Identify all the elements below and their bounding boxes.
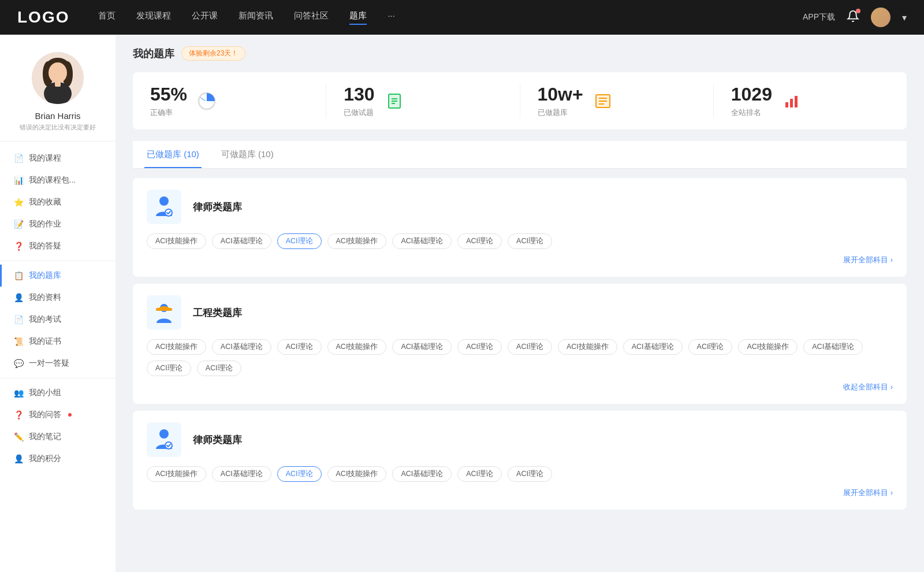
tab-已做题库 (10)[interactable]: 已做题库 (10) (144, 141, 202, 168)
qbank-tag[interactable]: ACI技能操作 (558, 339, 617, 355)
nav-link-发现课程[interactable]: 发现课程 (136, 10, 171, 25)
sidebar-item-我的题库[interactable]: 📋 我的题库 (0, 265, 116, 287)
nav-link-问答社区[interactable]: 问答社区 (294, 10, 329, 25)
trial-badge: 体验剩余23天！ (181, 46, 245, 61)
sidebar-item-我的作业[interactable]: 📝 我的作业 (0, 213, 116, 235)
sidebar-item-我的答疑[interactable]: ❓ 我的答疑 (0, 235, 116, 257)
page-title: 我的题库 (133, 47, 174, 61)
svg-rect-6 (55, 81, 61, 87)
expand-button[interactable]: 展开全部科目 › (843, 488, 893, 498)
sidebar-divider (0, 378, 116, 378)
sidebar-item-我的考试[interactable]: 📄 我的考试 (0, 309, 116, 330)
sidebar-item-我的积分[interactable]: 👤 我的积分 (0, 448, 116, 470)
content-tabs: 已做题库 (10)可做题库 (10) (133, 141, 907, 169)
qbank-header: 工程类题库 (147, 295, 893, 330)
sidebar-item-label: 我的问答 (29, 410, 61, 420)
qbank-tag[interactable]: ACI理论 (457, 466, 502, 482)
sidebar-item-icon: 👤 (14, 293, 23, 302)
sidebar-item-icon: 📊 (14, 176, 23, 185)
qbank-tag[interactable]: ACI理论 (277, 233, 322, 249)
qbank-tag[interactable]: ACI技能操作 (147, 466, 206, 482)
sidebar-item-icon: ⭐ (14, 198, 23, 207)
qbank-tag[interactable]: ACI基础理论 (212, 466, 271, 482)
sidebar-item-我的笔记[interactable]: ✏️ 我的笔记 (0, 426, 116, 448)
user-avatar[interactable] (871, 8, 891, 27)
qbank-icon (147, 295, 181, 330)
user-dropdown-arrow[interactable]: ▾ (902, 12, 907, 23)
qbank-tag[interactable]: ACI理论 (688, 339, 733, 355)
app-download-button[interactable]: APP下载 (803, 12, 835, 23)
qbank-tag[interactable]: ACI基础理论 (392, 466, 452, 482)
sidebar-item-一对一答疑[interactable]: 💬 一对一答疑 (0, 352, 116, 374)
qbank-tag[interactable]: ACI技能操作 (327, 339, 387, 355)
qbank-tag[interactable]: ACI基础理论 (392, 233, 452, 249)
qbank-tag[interactable]: ACI基础理论 (623, 339, 683, 355)
svg-point-21 (159, 196, 169, 206)
sidebar-item-我的证书[interactable]: 📜 我的证书 (0, 330, 116, 352)
sidebar-profile: Brian Harris 错误的决定比没有决定要好 (0, 35, 116, 142)
qbank-tag[interactable]: ACI基础理论 (803, 339, 863, 355)
qbank-tag[interactable]: ACI技能操作 (147, 339, 206, 355)
qbank-tag[interactable]: ACI理论 (277, 466, 322, 482)
sidebar-item-我的收藏[interactable]: ⭐ 我的收藏 (0, 191, 116, 213)
sidebar-item-我的小组[interactable]: 👥 我的小组 (0, 382, 116, 404)
pie-chart-icon (198, 92, 216, 110)
sidebar-item-我的问答[interactable]: ❓ 我的问答 (0, 404, 116, 426)
qbank-tag[interactable]: ACI理论 (277, 339, 322, 355)
sidebar-item-我的资料[interactable]: 👤 我的资料 (0, 287, 116, 309)
stat-item-1: 130 已做试题 (326, 84, 520, 118)
qbank-tag[interactable]: ACI理论 (457, 339, 502, 355)
sidebar-item-icon: 📄 (14, 154, 23, 163)
svg-point-4 (49, 62, 67, 83)
list-icon (594, 92, 612, 110)
lawyer-icon (151, 427, 177, 452)
svg-point-25 (159, 429, 169, 439)
qbank-header: 律师类题库 (147, 422, 893, 457)
sidebar-item-我的课程[interactable]: 📄 我的课程 (0, 147, 116, 169)
profile-avatar (32, 52, 84, 104)
qbank-tag[interactable]: ACI基础理论 (212, 233, 271, 249)
sidebar-item-label: 我的考试 (29, 314, 61, 325)
qbank-tag[interactable]: ACI理论 (197, 361, 241, 376)
doc-icon (385, 92, 404, 110)
qbank-tag[interactable]: ACI理论 (508, 233, 552, 249)
stat-value: 10w+ (538, 84, 583, 105)
qbank-tag[interactable]: ACI技能操作 (738, 339, 798, 355)
sidebar-item-label: 我的课程包... (29, 175, 76, 185)
qbank-tags: ACI技能操作ACI基础理论ACI理论ACI技能操作ACI基础理论ACI理论AC… (147, 233, 893, 249)
qbank-card-2: 律师类题库 ACI技能操作ACI基础理论ACI理论ACI技能操作ACI基础理论A… (133, 411, 907, 510)
tab-可做题库 (10)[interactable]: 可做题库 (10) (219, 141, 276, 168)
qbank-tag[interactable]: ACI基础理论 (212, 339, 271, 355)
expand-button[interactable]: 收起全部科目 › (843, 382, 893, 392)
qbank-tag[interactable]: ACI理论 (457, 233, 502, 249)
nav-link-首页[interactable]: 首页 (98, 10, 116, 25)
notification-bell[interactable] (847, 10, 859, 25)
qbank-icon (147, 190, 181, 224)
nav-link-题库[interactable]: 题库 (349, 10, 367, 25)
qbank-tag[interactable]: ACI技能操作 (147, 233, 206, 249)
nav-link-···[interactable]: ··· (388, 10, 395, 25)
qbank-title: 工程类题库 (193, 306, 242, 320)
qbank-tag[interactable]: ACI基础理论 (392, 339, 452, 355)
qbank-tags: ACI技能操作ACI基础理论ACI理论ACI技能操作ACI基础理论ACI理论AC… (147, 339, 893, 376)
sidebar-item-label: 我的笔记 (29, 432, 61, 442)
qbank-footer: 收起全部科目 › (147, 382, 893, 392)
stat-icon-1 (384, 91, 405, 112)
sidebar-item-label: 我的答疑 (29, 241, 61, 251)
stats-row: 55% 正确率 130 已做试题 10w+ 已做题库 1029 (133, 72, 907, 129)
qbank-tag[interactable]: ACI理论 (508, 339, 552, 355)
nav-link-新闻资讯[interactable]: 新闻资讯 (239, 10, 273, 25)
qbank-tag[interactable]: ACI理论 (508, 466, 552, 482)
page-header: 我的题库 体验剩余23天！ (133, 46, 907, 61)
qbank-list: 律师类题库 ACI技能操作ACI基础理论ACI理论ACI技能操作ACI基础理论A… (133, 178, 907, 510)
qbank-title: 律师类题库 (193, 200, 242, 214)
stat-item-2: 10w+ 已做题库 (520, 84, 714, 118)
stat-label: 正确率 (150, 107, 187, 118)
expand-button[interactable]: 展开全部科目 › (843, 255, 893, 265)
qbank-tag[interactable]: ACI技能操作 (327, 466, 387, 482)
sidebar-item-我的课程包...[interactable]: 📊 我的课程包... (0, 169, 116, 191)
qbank-tag[interactable]: ACI理论 (147, 361, 191, 376)
sidebar-item-icon: 📋 (14, 271, 23, 280)
nav-link-公开课[interactable]: 公开课 (192, 10, 218, 25)
qbank-tag[interactable]: ACI技能操作 (327, 233, 387, 249)
